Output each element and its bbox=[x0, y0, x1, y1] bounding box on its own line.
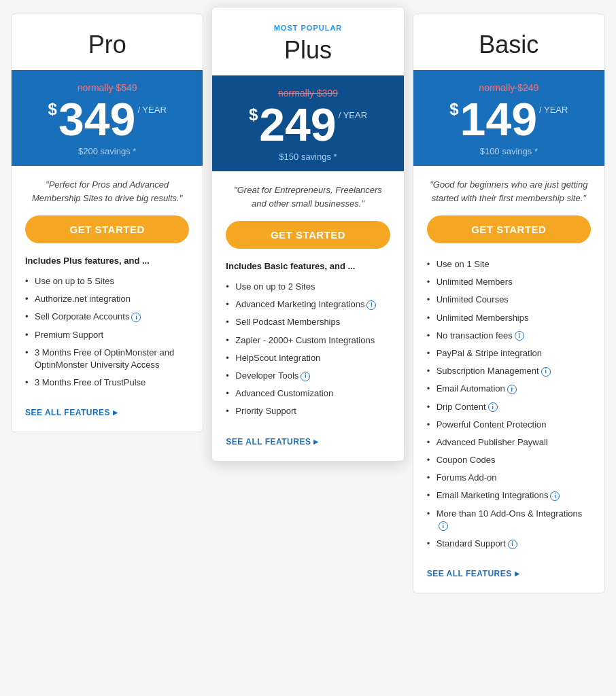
info-icon-basic-13[interactable]: i bbox=[550, 491, 560, 501]
features-list-plus: Use on up to 2 SitesAdvanced Marketing I… bbox=[226, 278, 390, 421]
plan-body-basic: "Good for beginners who are just getting… bbox=[413, 166, 604, 593]
current-price-plus: $249/ YEAR bbox=[226, 101, 390, 147]
feature-item-basic-8: Drip Contenti bbox=[427, 398, 591, 416]
plan-name-basic: Basic bbox=[427, 31, 591, 59]
plan-name-plus: Plus bbox=[226, 36, 390, 65]
info-icon-pro-2[interactable]: i bbox=[131, 313, 141, 322]
savings-pro: $200 savings * bbox=[25, 146, 189, 156]
see-all-features-basic[interactable]: SEE ALL FEATURES bbox=[427, 569, 520, 578]
info-icon-plus-5[interactable]: i bbox=[301, 372, 310, 381]
feature-item-plus-7: Priority Support bbox=[226, 402, 390, 420]
plan-body-plus: "Great for Entrepreneurs, Freelancers an… bbox=[212, 171, 403, 461]
current-price-basic: $149/ YEAR bbox=[427, 96, 591, 142]
get-started-btn-plus[interactable]: GET STARTED bbox=[226, 221, 390, 249]
feature-item-pro-1: Authorize.net integration bbox=[25, 290, 189, 308]
price-amount-basic: 149 bbox=[460, 96, 537, 142]
feature-item-basic-3: Unlimited Memberships bbox=[427, 309, 591, 327]
price-period-pro: / YEAR bbox=[137, 105, 166, 114]
plan-card-basic: Basicnormally $249$149/ YEAR$100 savings… bbox=[413, 14, 605, 593]
plan-description-basic: "Good for beginners who are just getting… bbox=[427, 178, 591, 205]
plan-card-pro: Pronormally $549$349/ YEAR$200 savings *… bbox=[11, 14, 203, 432]
feature-item-basic-15: Standard Supporti bbox=[427, 535, 591, 553]
plan-header-pro: Pro bbox=[12, 14, 203, 70]
feature-item-basic-5: PayPal & Stripe integration bbox=[427, 345, 591, 362]
see-all-features-plus[interactable]: SEE ALL FEATURES bbox=[226, 437, 319, 447]
features-list-pro: Use on up to 5 SitesAuthorize.net integr… bbox=[25, 273, 189, 392]
feature-item-basic-2: Unlimited Courses bbox=[427, 291, 591, 309]
feature-item-basic-14: More than 10 Add-Ons & Integrationsi bbox=[427, 505, 591, 535]
feature-item-basic-4: No transaction feesi bbox=[427, 327, 591, 345]
feature-item-plus-1: Advanced Marketing Integrationsi bbox=[226, 296, 390, 313]
price-period-basic: / YEAR bbox=[539, 105, 568, 114]
price-dollar-plus: $ bbox=[249, 107, 258, 123]
info-icon-basic-6[interactable]: i bbox=[541, 367, 551, 377]
feature-item-pro-2: Sell Corporate Accountsi bbox=[25, 308, 189, 326]
price-amount-plus: 249 bbox=[259, 101, 336, 147]
info-icon-basic-8[interactable]: i bbox=[488, 402, 498, 412]
feature-item-basic-10: Advanced Publisher Paywall bbox=[427, 434, 591, 451]
info-icon-basic-15[interactable]: i bbox=[508, 540, 517, 549]
price-block-plus: normally $399$249/ YEAR$150 savings * bbox=[212, 75, 403, 171]
pricing-container: Pronormally $549$349/ YEAR$200 savings *… bbox=[7, 14, 609, 593]
price-period-plus: / YEAR bbox=[339, 111, 367, 120]
feature-item-basic-13: Email Marketing Integrationsi bbox=[427, 487, 591, 504]
feature-item-pro-4: 3 Months Free of OptinMonster and OptinM… bbox=[25, 344, 189, 374]
feature-item-basic-0: Use on 1 Site bbox=[427, 256, 591, 273]
plan-body-pro: "Perfect for Pros and Advanced Membershi… bbox=[12, 166, 203, 432]
feature-item-basic-12: Forums Add-on bbox=[427, 469, 591, 487]
price-dollar-pro: $ bbox=[48, 101, 57, 118]
savings-basic: $100 savings * bbox=[427, 146, 591, 156]
price-block-basic: normally $249$149/ YEAR$100 savings * bbox=[413, 70, 604, 166]
most-popular-label-plus: MOST POPULAR bbox=[226, 24, 390, 32]
normal-price-plus: normally $399 bbox=[226, 88, 390, 99]
see-all-features-pro[interactable]: SEE ALL FEATURES bbox=[25, 408, 118, 417]
price-dollar-basic: $ bbox=[449, 101, 458, 118]
plan-header-plus: MOST POPULARPlus bbox=[212, 7, 403, 75]
price-amount-pro: 349 bbox=[58, 96, 135, 142]
feature-item-plus-2: Sell Podcast Memberships bbox=[226, 313, 390, 331]
feature-item-plus-4: HelpScout Integration bbox=[226, 349, 390, 367]
feature-item-basic-9: Powerful Content Protection bbox=[427, 416, 591, 434]
features-list-basic: Use on 1 SiteUnlimited MembersUnlimited … bbox=[427, 256, 591, 553]
info-icon-basic-7[interactable]: i bbox=[507, 385, 517, 394]
info-icon-basic-14[interactable]: i bbox=[439, 521, 448, 531]
info-icon-basic-4[interactable]: i bbox=[515, 331, 524, 341]
plan-card-plus: MOST POPULARPlusnormally $399$249/ YEAR$… bbox=[211, 7, 404, 462]
normal-price-basic: normally $249 bbox=[427, 82, 591, 93]
feature-item-pro-0: Use on up to 5 Sites bbox=[25, 273, 189, 290]
includes-label-plus: Includes Basic features, and ... bbox=[226, 261, 390, 271]
feature-item-basic-1: Unlimited Members bbox=[427, 273, 591, 291]
current-price-pro: $349/ YEAR bbox=[25, 96, 189, 142]
feature-item-plus-3: Zapier - 2000+ Custom Integrations bbox=[226, 332, 390, 349]
get-started-btn-pro[interactable]: GET STARTED bbox=[25, 215, 189, 243]
plan-description-pro: "Perfect for Pros and Advanced Membershi… bbox=[25, 178, 189, 205]
info-icon-plus-1[interactable]: i bbox=[366, 300, 376, 310]
plan-name-pro: Pro bbox=[25, 31, 189, 59]
feature-item-pro-3: Premium Support bbox=[25, 326, 189, 344]
feature-item-basic-7: Email Automationi bbox=[427, 380, 591, 398]
savings-plus: $150 savings * bbox=[226, 152, 390, 162]
normal-price-pro: normally $549 bbox=[25, 82, 189, 93]
plan-description-plus: "Great for Entrepreneurs, Freelancers an… bbox=[226, 184, 390, 210]
feature-item-plus-0: Use on up to 2 Sites bbox=[226, 278, 390, 296]
includes-label-pro: Includes Plus features, and ... bbox=[25, 256, 189, 266]
feature-item-basic-11: Coupon Codes bbox=[427, 451, 591, 469]
feature-item-plus-6: Advanced Customization bbox=[226, 385, 390, 402]
feature-item-plus-5: Developer Toolsi bbox=[226, 367, 390, 385]
feature-item-pro-5: 3 Months Free of TrustPulse bbox=[25, 374, 189, 392]
get-started-btn-basic[interactable]: GET STARTED bbox=[427, 215, 591, 243]
price-block-pro: normally $549$349/ YEAR$200 savings * bbox=[12, 70, 203, 166]
feature-item-basic-6: Subscription Managementi bbox=[427, 362, 591, 380]
plan-header-basic: Basic bbox=[413, 14, 604, 70]
